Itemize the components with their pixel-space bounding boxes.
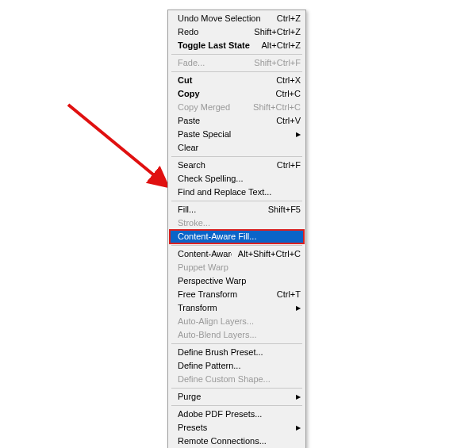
menu-item-label: Puppet Warp (178, 261, 301, 274)
menu-item-shortcut: Ctrl+Z (271, 12, 301, 25)
submenu-arrow-icon: ▶ (290, 390, 301, 404)
menu-item-label: Purge (178, 390, 290, 404)
menu-item-content-aware-fill[interactable]: Content-Aware Fill... (170, 230, 304, 243)
annotation-arrow (67, 103, 178, 198)
menu-separator (171, 405, 302, 406)
menu-item-shortcut: Shift+Ctrl+F (248, 56, 301, 70)
menu-item-perspective-warp[interactable]: Perspective Warp (170, 274, 304, 288)
menu-item-paste-special[interactable]: Paste Special▶ (170, 128, 304, 141)
menu-item-label: Define Brush Preset... (178, 346, 301, 359)
submenu-arrow-icon: ▶ (290, 301, 301, 315)
menu-item-label: Check Spelling... (178, 172, 301, 186)
menu-item-purge[interactable]: Purge▶ (170, 390, 304, 404)
menu-item-label: Free Transform (178, 288, 271, 301)
menu-item-shortcut: Shift+F5 (262, 203, 301, 216)
menu-item-cut[interactable]: CutCtrl+X (170, 74, 304, 87)
menu-item-label: Find and Replace Text... (178, 186, 301, 199)
menu-item-search[interactable]: SearchCtrl+F (170, 159, 304, 172)
menu-item-label: Search (178, 159, 271, 172)
menu-item-label: Perspective Warp (178, 274, 301, 288)
menu-item-fill[interactable]: Fill...Shift+F5 (170, 203, 304, 216)
menu-item-shortcut: Ctrl+C (270, 87, 301, 101)
menu-item-shortcut: Alt+Shift+Ctrl+C (232, 247, 301, 261)
menu-item-shortcut: Shift+Ctrl+Z (248, 25, 301, 39)
menu-item-label: Copy (178, 87, 270, 101)
menu-item-label: Cut (178, 74, 270, 87)
menu-item-copy[interactable]: CopyCtrl+C (170, 87, 304, 101)
menu-item-toggle-last-state[interactable]: Toggle Last StateAlt+Ctrl+Z (170, 39, 304, 52)
menu-item-label: Toggle Last State (178, 39, 255, 52)
menu-item-label: Define Custom Shape... (178, 373, 301, 386)
menu-item-label: Auto-Align Layers... (178, 315, 301, 328)
menu-item-define-brush-preset[interactable]: Define Brush Preset... (170, 346, 304, 359)
menu-item-redo[interactable]: RedoShift+Ctrl+Z (170, 25, 304, 39)
menu-separator (171, 201, 302, 201)
submenu-arrow-icon: ▶ (290, 421, 301, 435)
menu-item-puppet-warp: Puppet Warp (170, 261, 304, 274)
menu-item-label: Redo (178, 25, 248, 39)
menu-item-undo-move-selection[interactable]: Undo Move SelectionCtrl+Z (170, 12, 304, 25)
menu-item-check-spelling[interactable]: Check Spelling... (170, 172, 304, 186)
menu-item-label: Fill... (178, 203, 262, 216)
menu-item-shortcut: Ctrl+T (271, 288, 301, 301)
menu-item-auto-blend-layers: Auto-Blend Layers... (170, 328, 304, 342)
menu-separator (171, 156, 302, 157)
menu-item-label: Define Pattern... (178, 359, 301, 373)
menu-item-presets[interactable]: Presets▶ (170, 421, 304, 435)
menu-item-label: Fade... (178, 56, 248, 70)
edit-context-menu[interactable]: Undo Move SelectionCtrl+ZRedoShift+Ctrl+… (167, 10, 306, 448)
menu-item-label: Adobe PDF Presets... (178, 408, 301, 421)
menu-item-shortcut: Ctrl+V (270, 114, 301, 128)
menu-item-define-custom-shape: Define Custom Shape... (170, 373, 304, 386)
submenu-arrow-icon: ▶ (290, 128, 301, 141)
menu-separator (171, 245, 302, 246)
menu-item-find-and-replace-text[interactable]: Find and Replace Text... (170, 186, 304, 199)
menu-item-define-pattern[interactable]: Define Pattern... (170, 359, 304, 373)
menu-item-shortcut: Alt+Ctrl+Z (255, 39, 301, 52)
menu-item-fade: Fade...Shift+Ctrl+F (170, 56, 304, 70)
menu-item-label: Clear (178, 141, 301, 155)
menu-item-label: Transform (178, 301, 290, 315)
svg-line-0 (68, 105, 167, 186)
menu-separator (171, 388, 302, 389)
menu-item-label: Presets (178, 421, 290, 435)
menu-item-label: Auto-Blend Layers... (178, 328, 301, 342)
menu-item-transform[interactable]: Transform▶ (170, 301, 304, 315)
menu-item-label: Stroke... (178, 216, 301, 230)
menu-item-copy-merged: Copy MergedShift+Ctrl+C (170, 101, 304, 114)
menu-item-content-aware-scale[interactable]: Content-Aware ScaleAlt+Shift+Ctrl+C (170, 247, 304, 261)
menu-item-auto-align-layers: Auto-Align Layers... (170, 315, 304, 328)
menu-item-label: Paste (178, 114, 270, 128)
menu-item-label: Content-Aware Scale (178, 247, 232, 261)
menu-item-adobe-pdf-presets[interactable]: Adobe PDF Presets... (170, 408, 304, 421)
menu-item-remote-connections[interactable]: Remote Connections... (170, 435, 304, 448)
menu-item-shortcut: Ctrl+X (270, 74, 301, 87)
menu-item-label: Copy Merged (178, 101, 247, 114)
menu-item-label: Remote Connections... (178, 435, 301, 448)
menu-separator (171, 343, 302, 344)
menu-item-paste[interactable]: PasteCtrl+V (170, 114, 304, 128)
menu-item-clear[interactable]: Clear (170, 141, 304, 155)
menu-item-label: Content-Aware Fill... (178, 230, 301, 243)
menu-item-label: Undo Move Selection (178, 12, 271, 25)
menu-item-shortcut: Ctrl+F (271, 159, 301, 172)
menu-separator (171, 54, 302, 55)
menu-item-free-transform[interactable]: Free TransformCtrl+T (170, 288, 304, 301)
menu-item-stroke: Stroke... (170, 216, 304, 230)
menu-item-shortcut: Shift+Ctrl+C (247, 101, 301, 114)
menu-item-label: Paste Special (178, 128, 290, 141)
menu-separator (171, 71, 302, 72)
